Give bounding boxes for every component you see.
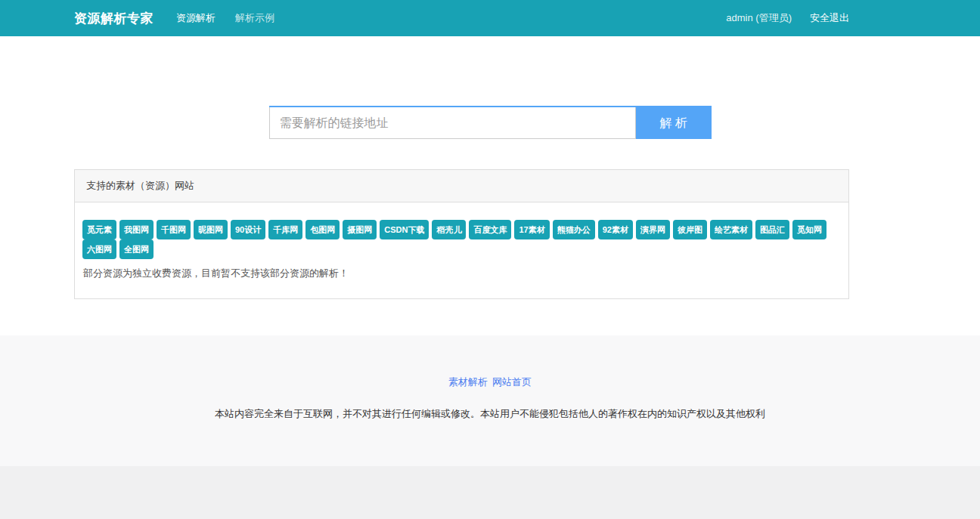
site-badge: 百度文库 [469, 220, 511, 239]
disclaimer-text: 本站内容完全来自于互联网，并不对其进行任何编辑或修改。本站用户不能侵犯包括他人的… [0, 407, 980, 421]
site-badge: 90设计 [231, 220, 265, 239]
site-badge: 绘艺素材 [710, 220, 752, 239]
site-badge: 17素材 [514, 220, 549, 239]
site-badge: 演界网 [636, 220, 670, 239]
site-badges: 觅元素我图网千图网昵图网90设计千库网包图网摄图网CSDN下载稻壳儿百度文库17… [81, 220, 842, 259]
footer: 素材解析网站首页 本站内容完全来自于互联网，并不对其进行任何编辑或修改。本站用户… [0, 335, 980, 466]
site-badge: 彼岸图 [673, 220, 707, 239]
nav-item[interactable]: 解析示例 [235, 11, 274, 25]
url-input[interactable] [269, 107, 636, 139]
site-badge: 92素材 [598, 220, 633, 239]
search-area: 解 析 [269, 36, 712, 139]
site-badge: 图品汇 [755, 220, 789, 239]
panel-body: 觅元素我图网千图网昵图网90设计千库网包图网摄图网CSDN下载稻壳儿百度文库17… [75, 202, 848, 298]
supported-sites-panel: 支持的素材（资源）网站 觅元素我图网千图网昵图网90设计千库网包图网摄图网CSD… [74, 169, 849, 299]
site-badge: 昵图网 [194, 220, 228, 239]
panel-header: 支持的素材（资源）网站 [75, 170, 848, 202]
site-badge: 千库网 [268, 220, 302, 239]
footer-bottom-strip [0, 466, 980, 519]
site-badge: 熊猫办公 [553, 220, 595, 239]
site-badge: 六图网 [82, 239, 116, 259]
site-badge: 全图网 [119, 239, 154, 259]
note-text: 部分资源为独立收费资源，目前暂不支持该部分资源的解析！ [81, 267, 842, 280]
site-badge: 觅知网 [792, 220, 826, 239]
logout-link[interactable]: 安全退出 [810, 11, 849, 25]
site-badge: 千图网 [157, 220, 191, 239]
main-nav: 资源解析解析示例 [176, 11, 294, 25]
main-content: 解 析 支持的素材（资源）网站 觅元素我图网千图网昵图网90设计千库网包图网摄图… [0, 36, 980, 335]
site-badge: 觅元素 [82, 220, 116, 239]
site-badge: 稻壳儿 [432, 220, 466, 239]
site-badge: 我图网 [119, 220, 154, 239]
site-badge: 包图网 [305, 220, 340, 239]
navbar-right: admin (管理员) 安全退出 [726, 11, 849, 25]
site-badge: 摄图网 [343, 220, 377, 239]
footer-links: 素材解析网站首页 [0, 375, 980, 389]
parse-button[interactable]: 解 析 [636, 107, 712, 139]
footer-link[interactable]: 网站首页 [492, 376, 532, 388]
site-badge: CSDN下载 [380, 220, 429, 239]
user-label: admin (管理员) [726, 11, 792, 25]
brand-title[interactable]: 资源解析专家 [74, 10, 154, 27]
nav-item[interactable]: 资源解析 [176, 11, 216, 25]
footer-link[interactable]: 素材解析 [448, 376, 488, 388]
top-navbar: 资源解析专家 资源解析解析示例 admin (管理员) 安全退出 [0, 0, 980, 36]
